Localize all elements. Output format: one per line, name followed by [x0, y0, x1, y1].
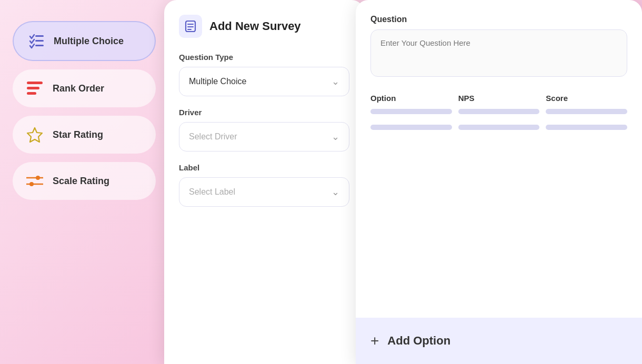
question-section-label: Question: [370, 15, 627, 24]
add-option-button[interactable]: + Add Option: [356, 318, 642, 364]
form-header-icon: [179, 15, 202, 38]
score-2-bar[interactable]: [546, 125, 627, 130]
driver-label: Driver: [179, 108, 349, 117]
nps-1-bar[interactable]: [458, 109, 540, 114]
plus-icon: +: [370, 332, 379, 349]
multichoice-icon: [26, 32, 45, 50]
question-input[interactable]: [370, 29, 627, 77]
rank-icon: [25, 79, 44, 98]
options-table-header: Option NPS Score: [370, 94, 627, 103]
svg-rect-0: [35, 35, 44, 37]
svg-rect-2: [35, 45, 44, 46]
driver-placeholder: Select Driver: [189, 132, 237, 141]
sidebar-item-star-rating[interactable]: Star Rating: [13, 116, 156, 154]
question-type-chevron: ⌄: [332, 76, 339, 87]
driver-select[interactable]: Select Driver ⌄: [179, 122, 349, 151]
col-score: Score: [546, 94, 627, 103]
label-placeholder: Select Label: [189, 187, 235, 197]
option-row-1: [370, 109, 627, 114]
sidebar-item-multiple-choice[interactable]: Multiple Choice: [13, 21, 156, 61]
score-1-bar[interactable]: [546, 109, 627, 114]
sidebar-item-rank-order[interactable]: Rank Order: [13, 69, 156, 107]
sidebar-item-label-rank-order: Rank Order: [53, 83, 143, 94]
driver-chevron: ⌄: [332, 131, 339, 143]
label-label: Label: [179, 163, 349, 172]
options-panel: Question Option NPS Score + Add Option: [356, 0, 642, 364]
svg-marker-6: [27, 128, 42, 142]
option-row-2: [370, 125, 627, 130]
label-chevron: ⌄: [332, 186, 339, 198]
form-panel-header: Add New Survey: [179, 15, 349, 38]
svg-rect-1: [35, 40, 44, 42]
sidebar-item-label-multiple-choice: Multiple Choice: [54, 36, 142, 47]
svg-rect-5: [27, 92, 36, 95]
question-type-select[interactable]: Multiple Choice ⌄: [179, 67, 349, 96]
col-option: Option: [370, 94, 452, 103]
svg-point-8: [36, 176, 40, 180]
question-type-value: Multiple Choice: [189, 77, 246, 86]
sidebar-item-scale-rating[interactable]: Scale Rating: [13, 162, 156, 200]
add-option-label: Add Option: [387, 334, 450, 348]
question-type-label: Question Type: [179, 53, 349, 62]
form-panel: Add New Survey Question Type Multiple Ch…: [164, 0, 364, 364]
sidebar-item-label-star-rating: Star Rating: [53, 129, 143, 140]
svg-point-10: [29, 182, 34, 186]
sidebar-item-label-scale-rating: Scale Rating: [53, 176, 143, 187]
option-2-bar[interactable]: [370, 125, 452, 130]
svg-rect-4: [27, 87, 39, 89]
nps-2-bar[interactable]: [458, 125, 540, 130]
col-nps: NPS: [458, 94, 540, 103]
scale-icon: [25, 171, 44, 190]
svg-rect-3: [27, 82, 43, 84]
sidebar: Multiple Choice Rank Order Star Rating: [0, 0, 168, 364]
option-1-bar[interactable]: [370, 109, 452, 114]
label-select[interactable]: Select Label ⌄: [179, 177, 349, 207]
form-panel-title: Add New Survey: [209, 19, 301, 33]
star-icon: [25, 125, 44, 144]
